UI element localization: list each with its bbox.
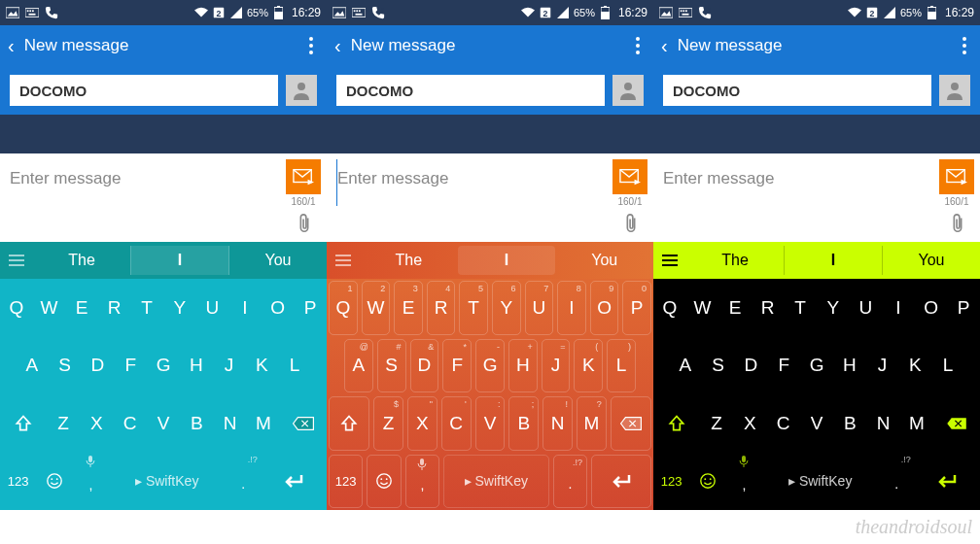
key-o[interactable]: O: [262, 279, 295, 337]
enter-key[interactable]: [591, 455, 651, 509]
key-c[interactable]: C': [441, 396, 472, 451]
key-y[interactable]: Y: [163, 279, 196, 337]
numeric-key[interactable]: 123: [653, 453, 689, 511]
key-c[interactable]: C: [767, 394, 800, 453]
key-i[interactable]: I: [882, 279, 915, 337]
key-o[interactable]: O: [915, 279, 948, 337]
key-k[interactable]: K: [898, 337, 931, 395]
key-v[interactable]: V:: [475, 396, 506, 451]
key-a[interactable]: A@: [344, 339, 373, 393]
back-icon[interactable]: ‹: [661, 35, 668, 57]
emoji-key[interactable]: [36, 453, 72, 511]
suggestion-2[interactable]: I: [458, 246, 556, 275]
period-key[interactable]: .!?.: [878, 453, 914, 511]
key-w[interactable]: W: [33, 279, 66, 337]
overflow-menu-button[interactable]: [957, 31, 972, 60]
back-icon[interactable]: ‹: [8, 35, 15, 57]
enter-key[interactable]: [262, 453, 327, 511]
key-p[interactable]: P: [947, 279, 980, 337]
space-key[interactable]: ▸ SwiftKey: [109, 453, 225, 511]
keyboard-menu-icon[interactable]: [327, 255, 360, 266]
shift-key[interactable]: [329, 396, 369, 451]
key-r[interactable]: R: [98, 279, 131, 337]
recipient-input[interactable]: [663, 75, 931, 106]
space-key[interactable]: ▸ SwiftKey: [762, 453, 878, 511]
key-b[interactable]: B: [180, 394, 213, 453]
key-h[interactable]: H: [180, 337, 213, 395]
key-d[interactable]: D: [82, 337, 115, 395]
key-j[interactable]: J=: [542, 339, 571, 393]
key-q[interactable]: Q: [0, 279, 33, 337]
suggestion-1[interactable]: The: [33, 246, 130, 275]
key-f[interactable]: F: [114, 337, 147, 395]
key-m[interactable]: M?: [577, 396, 607, 451]
key-n[interactable]: N: [866, 394, 899, 453]
key-v[interactable]: V: [147, 394, 180, 453]
key-y[interactable]: Y6: [492, 281, 521, 335]
key-r[interactable]: R: [752, 279, 785, 337]
suggestion-1[interactable]: The: [360, 246, 458, 275]
suggestion-3[interactable]: You: [883, 246, 980, 275]
key-u[interactable]: U: [196, 279, 229, 337]
back-icon[interactable]: ‹: [334, 35, 341, 57]
key-q[interactable]: Q1: [329, 281, 358, 335]
key-b[interactable]: B;: [508, 396, 539, 451]
recipient-input[interactable]: [10, 75, 278, 106]
key-t[interactable]: T: [784, 279, 817, 337]
key-x[interactable]: X: [80, 394, 113, 453]
key-m[interactable]: M: [247, 394, 280, 453]
key-g[interactable]: G-: [475, 339, 505, 393]
attach-button[interactable]: [618, 211, 644, 236]
key-d[interactable]: D: [735, 337, 768, 395]
key-w[interactable]: W: [686, 279, 719, 337]
recipient-input[interactable]: [336, 75, 605, 106]
overflow-menu-button[interactable]: [630, 31, 646, 60]
shift-key[interactable]: [0, 394, 47, 453]
key-v[interactable]: V: [800, 394, 833, 453]
key-q[interactable]: Q: [653, 279, 686, 337]
suggestion-2[interactable]: I: [130, 246, 229, 275]
key-l[interactable]: L: [931, 337, 964, 395]
key-k[interactable]: K(: [574, 339, 603, 393]
key-l[interactable]: L: [278, 337, 311, 395]
key-o[interactable]: O9: [590, 281, 619, 335]
key-e[interactable]: E: [718, 279, 752, 337]
backspace-key[interactable]: [280, 394, 327, 453]
attach-button[interactable]: [945, 211, 970, 236]
key-m[interactable]: M: [900, 394, 933, 453]
period-key[interactable]: .!?.: [225, 453, 261, 511]
keyboard-menu-icon[interactable]: [653, 255, 686, 266]
suggestion-3[interactable]: You: [229, 246, 327, 275]
key-p[interactable]: P0: [622, 281, 651, 335]
key-k[interactable]: K: [245, 337, 278, 395]
key-j[interactable]: J: [213, 337, 246, 395]
backspace-key[interactable]: [611, 396, 651, 451]
backspace-key[interactable]: [933, 394, 980, 453]
enter-key[interactable]: [915, 453, 980, 511]
numeric-key[interactable]: 123: [329, 455, 363, 509]
key-f[interactable]: F: [767, 337, 800, 395]
comma-key[interactable]: ,: [405, 455, 439, 509]
suggestion-3[interactable]: You: [555, 246, 653, 275]
attach-button[interactable]: [292, 211, 317, 236]
keyboard-menu-icon[interactable]: [0, 255, 33, 266]
add-contact-button[interactable]: [612, 75, 644, 106]
key-x[interactable]: X: [733, 394, 766, 453]
key-d[interactable]: D&: [410, 339, 439, 393]
key-y[interactable]: Y: [817, 279, 850, 337]
key-r[interactable]: R4: [427, 281, 456, 335]
key-z[interactable]: Z: [700, 394, 733, 453]
key-u[interactable]: U7: [525, 281, 554, 335]
key-h[interactable]: H: [833, 337, 866, 395]
key-b[interactable]: B: [833, 394, 866, 453]
key-e[interactable]: E: [65, 279, 98, 337]
suggestion-2[interactable]: I: [784, 246, 883, 275]
key-n[interactable]: N: [213, 394, 246, 453]
message-input[interactable]: Enter message: [10, 159, 286, 206]
key-n[interactable]: N!: [542, 396, 573, 451]
key-z[interactable]: Z: [47, 394, 80, 453]
comma-key[interactable]: ,: [73, 453, 109, 511]
key-f[interactable]: F*: [442, 339, 472, 393]
key-x[interactable]: X": [407, 396, 438, 451]
key-i[interactable]: I: [228, 279, 262, 337]
